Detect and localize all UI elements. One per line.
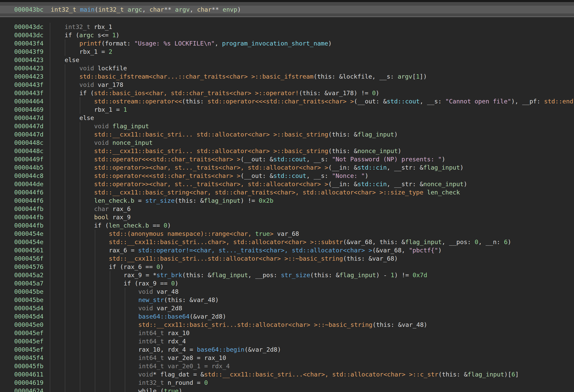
code-line[interactable]: 0000447dstd::__cxx11::basic_stri... std:… bbox=[0, 130, 574, 139]
code-line[interactable]: 00004423void lockfile bbox=[0, 64, 574, 72]
token-variable[interactable]: flag_input bbox=[467, 371, 504, 378]
token-variable[interactable]: flag_input bbox=[204, 197, 240, 204]
code-line[interactable]: 00004576if (rax_6 == 0) bbox=[0, 263, 574, 271]
token-function[interactable]: str_size bbox=[281, 272, 310, 279]
token-import-function[interactable]: std::operator<<<std::char_traits<char> > bbox=[94, 172, 240, 179]
code-line[interactable]: 00004464std::ostream::operator<<(this: s… bbox=[0, 97, 574, 105]
token-variable[interactable]: argv bbox=[398, 73, 412, 80]
code-line[interactable]: 00004469rbx_1 = 1 bbox=[0, 105, 574, 114]
token-variable[interactable]: flag_input bbox=[405, 238, 442, 246]
line-address[interactable]: 000045be bbox=[14, 288, 43, 296]
line-address[interactable]: 00004624 bbox=[14, 387, 43, 392]
code-line[interactable]: 000045benew_str(this: &var_48) bbox=[0, 296, 574, 304]
token-data-symbol[interactable]: std::cin bbox=[358, 180, 387, 188]
code-line[interactable]: 000044fbbool rax_9 bbox=[0, 213, 574, 221]
code-line[interactable]: 0000448cvoid nonce_input bbox=[0, 139, 574, 147]
token-function[interactable]: base64::base64 bbox=[138, 313, 190, 320]
token-data-symbol[interactable]: std::cout bbox=[273, 156, 306, 163]
line-address[interactable]: 000045fb bbox=[14, 362, 43, 370]
code-line[interactable]: 00004624while (true) bbox=[0, 387, 574, 392]
token-variable[interactable]: flag_input bbox=[423, 164, 460, 171]
code-line[interactable]: 0000447dvoid flag_input bbox=[0, 122, 574, 130]
line-address[interactable]: 000045ef bbox=[14, 329, 43, 337]
token-variable[interactable]: envp bbox=[223, 6, 237, 13]
decompiled-code-listing[interactable]: 000043dcint32_t rbx_1000043dcif (argc s<… bbox=[0, 23, 574, 392]
line-address[interactable]: 0000456f bbox=[14, 254, 43, 263]
code-line[interactable]: 000045d4void var_2d8 bbox=[0, 304, 574, 312]
line-address[interactable]: 0000447d bbox=[14, 122, 43, 130]
token-import-function[interactable]: std::__cxx11::basic_stri...char>, std::a… bbox=[109, 238, 343, 246]
code-line[interactable]: 0000447delse bbox=[0, 114, 574, 122]
code-line[interactable]: 00004423else bbox=[0, 56, 574, 64]
token-import-function[interactable]: std::__cxx11::basic_stri... std::allocat… bbox=[94, 147, 328, 155]
token-import-function[interactable]: std::__cxx11::basic_stri...<char>, std::… bbox=[204, 371, 438, 378]
token-import-function[interactable]: std::(anonymous namespace)::range<char, bbox=[109, 230, 255, 237]
token-function[interactable]: std::operator!=<char, st..._traits<char>… bbox=[138, 247, 372, 254]
code-line[interactable]: 0000448cstd::__cxx11::basic_stri... std:… bbox=[0, 147, 574, 155]
line-address[interactable]: 000043dc bbox=[14, 31, 43, 39]
token-import-function[interactable]: > bbox=[270, 230, 274, 237]
line-address[interactable]: 0000443f bbox=[14, 81, 43, 89]
line-address[interactable]: 000045d4 bbox=[14, 312, 43, 321]
code-line[interactable]: 000045d4base64::base64(&var_2d8) bbox=[0, 312, 574, 321]
line-address[interactable]: 0000447d bbox=[14, 114, 43, 122]
token-import-function[interactable]: std::__cxx11::basic_stri...std::allocato… bbox=[138, 321, 372, 328]
code-line[interactable]: 00004561rax_6 = std::operator!=<char, st… bbox=[0, 246, 574, 254]
line-address[interactable]: 00004423 bbox=[14, 64, 43, 72]
token-data-symbol[interactable]: std::cin bbox=[358, 164, 387, 171]
line-address[interactable]: 000045be bbox=[14, 296, 43, 304]
code-line[interactable]: 000044b5std::operator>><char, st..._trai… bbox=[0, 163, 574, 172]
code-line[interactable]: 000045f4int64_t var_2e8 = rax_10 bbox=[0, 354, 574, 362]
code-line[interactable]: 000045bevoid var_48 bbox=[0, 288, 574, 296]
code-line[interactable]: 000044f6len_check.b = str_size(this: &fl… bbox=[0, 197, 574, 205]
line-address[interactable]: 000044c8 bbox=[14, 172, 43, 180]
token-variable[interactable]: argc bbox=[127, 6, 142, 13]
token-function[interactable]: new_str bbox=[138, 296, 164, 304]
token-import-function[interactable]: std::__cxx11::basic_stri...std::allocato… bbox=[109, 255, 343, 262]
line-address[interactable]: 0000454e bbox=[14, 230, 43, 238]
line-address[interactable]: 000043f4 bbox=[14, 39, 43, 48]
code-line[interactable]: 0000443fif (std::basic_ios<char, std::ch… bbox=[0, 89, 574, 97]
token-import-function[interactable]: std::ostream::operator<< bbox=[94, 98, 182, 105]
code-line[interactable]: 000045efint64_t rax_10 bbox=[0, 329, 574, 337]
line-address[interactable]: 00004561 bbox=[14, 246, 43, 254]
token-data-symbol[interactable]: std::cout bbox=[273, 172, 306, 179]
token-variable[interactable]: len_check bbox=[427, 189, 460, 196]
function-signature-line[interactable]: 000043bc int32_t main(int32_t argc, char… bbox=[0, 6, 574, 13]
code-line[interactable]: 000043f9rbx_1 = 2 bbox=[0, 48, 574, 56]
token-variable[interactable]: len_check.b bbox=[94, 197, 134, 204]
code-line[interactable]: 000043f4printf(format: "Usage: %s LOCKFI… bbox=[0, 39, 574, 48]
line-address[interactable]: 00004611 bbox=[14, 370, 43, 379]
token-variable[interactable]: flag_input bbox=[358, 131, 394, 138]
code-line[interactable]: 0000454estd::(anonymous namespace)::rang… bbox=[0, 230, 574, 238]
line-address[interactable]: 000045ef bbox=[14, 345, 43, 354]
code-line[interactable]: 000045e0std::__cxx11::basic_stri...std::… bbox=[0, 321, 574, 329]
code-line[interactable]: 000044fbchar rax_6 bbox=[0, 205, 574, 213]
code-line[interactable]: 000044fbif (len_check.b == 0) bbox=[0, 221, 574, 230]
line-address[interactable]: 000044de bbox=[14, 180, 43, 188]
code-line[interactable]: 0000456fstd::__cxx11::basic_stri...std::… bbox=[0, 254, 574, 263]
token-function[interactable]: base64::begin bbox=[197, 346, 244, 353]
token-import-function[interactable]: std::__cxx11::basic_stri... std::allocat… bbox=[94, 131, 328, 138]
line-address[interactable]: 000044fb bbox=[14, 205, 43, 213]
token-variable[interactable]: flag_input bbox=[339, 272, 376, 279]
token-import-function[interactable]: std::operator<<<std::char_traits<char> > bbox=[208, 98, 354, 105]
token-variable[interactable]: nonce_input bbox=[112, 139, 153, 146]
line-address[interactable]: 0000448c bbox=[14, 147, 43, 155]
line-address[interactable]: 000044f6 bbox=[14, 197, 43, 205]
line-address[interactable]: 000045a7 bbox=[14, 279, 43, 288]
token-variable[interactable]: flag_input bbox=[212, 272, 248, 279]
token-import-function[interactable]: std::endl< bbox=[544, 98, 574, 105]
token-data-symbol[interactable]: std::cout bbox=[387, 98, 420, 105]
token-import-function[interactable]: std::__cxx11::basic_string<char, std::ch… bbox=[94, 189, 423, 196]
code-line[interactable]: 000045efint64_t rdx_4 bbox=[0, 337, 574, 345]
line-address[interactable]: 000045a2 bbox=[14, 271, 43, 279]
code-line[interactable]: 000043dcif (argc s<= 1) bbox=[0, 31, 574, 39]
line-address[interactable]: 0000443f bbox=[14, 89, 43, 97]
line-address[interactable]: 00004423 bbox=[14, 72, 43, 81]
line-address[interactable]: 000045d4 bbox=[14, 304, 43, 312]
function-address[interactable]: 000043bc bbox=[14, 6, 43, 13]
code-line[interactable]: 0000443fvoid var_178 bbox=[0, 81, 574, 89]
line-address[interactable]: 000043f9 bbox=[14, 48, 43, 56]
line-address[interactable]: 0000448c bbox=[14, 139, 43, 147]
